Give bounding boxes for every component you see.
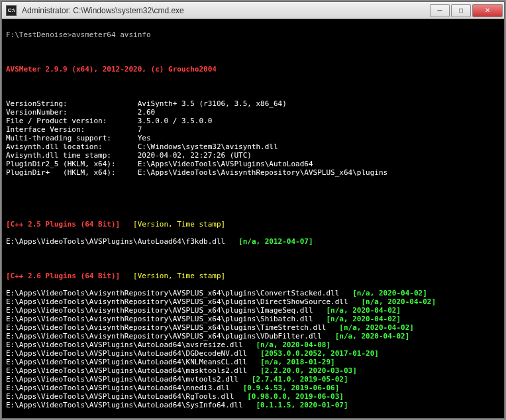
window-buttons: ─ □ ✕ (429, 4, 503, 17)
plugin-ver: [0.98.0.0, 2019-06-03] (234, 392, 344, 401)
plugin-path: E:\Apps\VideoTools\AvisynthRepository\AV… (6, 297, 348, 306)
section-cpp26: [C++ 2.6 Plugins (64 Bit)] (6, 272, 120, 280)
section-cpp25: [C++ 2.5 Plugins (64 Bit)] (6, 220, 120, 229)
plugin-ver: [2.7.41.0, 2019-05-02] (238, 375, 348, 384)
plugin-ver: [n/a, 2018-01-29] (247, 358, 334, 366)
terminal-output[interactable]: F:\TestDenoise>avsmeter64 avsinfo AVSMet… (2, 19, 504, 418)
plugin-ver: [0.9.4.53, 2019-06-06] (230, 384, 340, 392)
info-value: 7 (138, 125, 142, 134)
plugin-ver: [n/a, 2020-04-02] (326, 323, 413, 332)
plugin-path: E:\Apps\VideoTools\AVSPlugins\AutoLoad64… (6, 392, 234, 401)
plugin-ver: [n/a, 2020-04-02] (348, 297, 436, 306)
info-label: PluginDir2_5 (HKLM, x64): (6, 160, 138, 168)
prompt: F:\TestDenoise> (6, 30, 72, 39)
plugin-ver: [n/a, 2020-04-02] (339, 289, 427, 297)
info-value: 2020-04-02, 22:27:26 (UTC) (138, 151, 252, 160)
close-button[interactable]: ✕ (472, 4, 503, 17)
plugin-path: E:\Apps\VideoTools\AvisynthRepository\AV… (6, 332, 322, 341)
info-label: VersionNumber: (6, 108, 138, 117)
info-value: E:\Apps\VideoTools\AVSPlugins\AutoLoad64 (138, 160, 313, 168)
app-icon: C:\ (6, 5, 17, 16)
plugin-ver: [n/a, 2020-04-02] (322, 332, 409, 341)
info-label: Avisynth.dll time stamp: (6, 151, 138, 160)
section-sub: [Version, Time stamp] (133, 272, 225, 280)
plugin-ver: [n/a, 2020-04-08] (243, 341, 330, 349)
cmd-window: C:\ Administrator: C:\Windows\system32\c… (1, 1, 505, 419)
titlebar[interactable]: C:\ Administrator: C:\Windows\system32\c… (2, 2, 504, 19)
plugin-ver: [0.1.1.5, 2020-01-07] (243, 401, 348, 409)
info-label: VersionString: (6, 99, 138, 108)
info-value: C:\Windows\system32\avisynth.dll (138, 142, 278, 151)
info-label: Multi-threading support: (6, 134, 138, 142)
plugin-ver: [n/a, 2012-04-07] (238, 237, 313, 246)
plugin-ver: [n/a, 2020-04-02] (313, 306, 401, 315)
plugin-path: E:\Apps\VideoTools\AVSPlugins\AutoLoad64… (6, 384, 230, 392)
plugin-path: E:\Apps\VideoTools\AvisynthRepository\AV… (6, 315, 313, 323)
info-label: PluginDir+ (HKLM, x64): (6, 168, 138, 177)
plugin-path: E:\Apps\VideoTools\AVSPlugins\AutoLoad64… (6, 341, 243, 349)
section-sub: [Version, Time stamp] (133, 220, 225, 229)
plugin-path: E:\Apps\VideoTools\AVSPlugins\AutoLoad64… (6, 366, 247, 375)
plugin-ver: [n/a, 2020-04-02] (313, 315, 401, 323)
info-value: 2.60 (138, 108, 156, 117)
maximize-button[interactable]: □ (451, 4, 471, 17)
plugin-path: E:\Apps\VideoTools\AVSPlugins\AutoLoad64… (6, 375, 238, 384)
plugin-path: E:\Apps\VideoTools\AVSPlugins\AutoLoad64… (6, 349, 247, 358)
info-label: File / Product version: (6, 117, 138, 125)
banner: AVSMeter 2.9.9 (x64), 2012-2020, (c) Gro… (6, 65, 217, 74)
info-label: Avisynth.dll location: (6, 142, 138, 151)
command: avsmeter64 avsinfo (72, 30, 150, 39)
plugin-path: E:\Apps\VideoTools\AVSPlugins\AutoLoad64… (6, 401, 243, 409)
info-value: AviSynth+ 3.5 (r3106, 3.5, x86_64) (138, 99, 287, 108)
minimize-button[interactable]: ─ (430, 4, 450, 17)
plugin-path: E:\Apps\VideoTools\AvisynthRepository\AV… (6, 306, 313, 315)
plugin-path: E:\Apps\VideoTools\AvisynthRepository\AV… (6, 323, 326, 332)
info-value: 3.5.0.0 / 3.5.0.0 (138, 117, 213, 125)
plugin-path: E:\Apps\VideoTools\AVSPlugins\AutoLoad64… (6, 237, 225, 246)
info-value: Yes (138, 134, 151, 142)
info-value: E:\Apps\VideoTools\AvisynthRepository\AV… (138, 168, 388, 177)
plugin-ver: [2053.0.0.2052, 2017-01-20] (247, 349, 379, 358)
plugin-path: E:\Apps\VideoTools\AvisynthRepository\AV… (6, 289, 339, 297)
info-label: Interface Version: (6, 125, 138, 134)
window-title: Administrator: C:\Windows\system32\cmd.e… (21, 6, 429, 15)
plugin-path: E:\Apps\VideoTools\AVSPlugins\AutoLoad64… (6, 358, 247, 366)
plugin-ver: [2.2.20.0, 2020-03-03] (247, 366, 357, 375)
